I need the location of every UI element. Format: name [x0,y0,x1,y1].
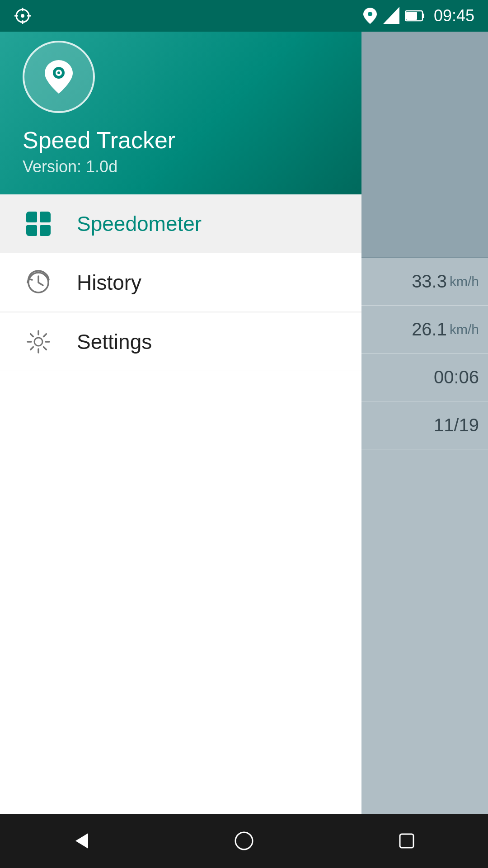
avg-speed-value: 26.1 [412,319,447,340]
svg-point-15 [34,338,42,346]
svg-point-1 [21,14,24,18]
max-speed-unit: km/h [450,274,479,289]
duration-value: 00:06 [434,367,479,387]
right-panel: 33.3 km/h 26.1 km/h 00:06 11/19 [361,32,488,868]
status-time: 09:45 [434,6,474,25]
app-logo [23,41,95,113]
status-bar: 09:45 [0,0,488,32]
date-row: 11/19 [361,401,488,449]
data-panel: 33.3 km/h 26.1 km/h 00:06 11/19 [361,258,488,868]
app-version: Version: 1.0d [23,157,339,176]
avg-speed-row: 26.1 km/h [361,306,488,354]
history-icon [23,267,54,298]
svg-point-17 [235,832,253,849]
recents-icon [395,830,418,852]
svg-rect-10 [406,12,417,20]
history-label: History [77,270,141,295]
duration-row: 00:06 [361,354,488,401]
svg-point-13 [57,71,60,74]
settings-icon [23,326,54,358]
back-icon [70,830,93,852]
navigation-drawer: Speed Tracker Version: 1.0d Speedometer [0,0,361,868]
date-value: 11/19 [434,415,479,435]
home-icon [233,830,255,852]
svg-point-6 [368,12,372,16]
settings-label: Settings [77,330,152,354]
speedometer-icon [23,208,54,240]
app-name: Speed Tracker [23,127,339,154]
battery-icon [405,9,425,23]
speedometer-label: Speedometer [77,212,202,236]
home-button[interactable] [217,814,271,868]
signal-icon [383,7,399,25]
svg-marker-7 [383,7,399,24]
svg-rect-18 [400,834,413,848]
back-button[interactable] [54,814,108,868]
sidebar-item-history[interactable]: History [0,253,361,312]
status-bar-left [14,7,32,25]
svg-rect-9 [422,14,424,18]
status-bar-right: 09:45 [362,6,474,25]
max-speed-row: 33.3 km/h [361,258,488,306]
history-svg [25,269,52,296]
speedometer-visual [361,32,488,258]
max-speed-value: 33.3 [412,271,447,292]
settings-svg [25,328,52,355]
sidebar-item-speedometer[interactable]: Speedometer [0,194,361,253]
recents-button[interactable] [380,814,434,868]
avg-speed-unit: km/h [450,322,479,337]
svg-marker-16 [75,833,88,849]
navigation-bar [0,814,488,868]
gps-icon [14,7,32,25]
drawer-menu: Speedometer History [0,194,361,868]
app-logo-pin-icon [38,57,79,97]
sidebar-item-settings[interactable]: Settings [0,312,361,371]
location-icon [362,7,378,25]
